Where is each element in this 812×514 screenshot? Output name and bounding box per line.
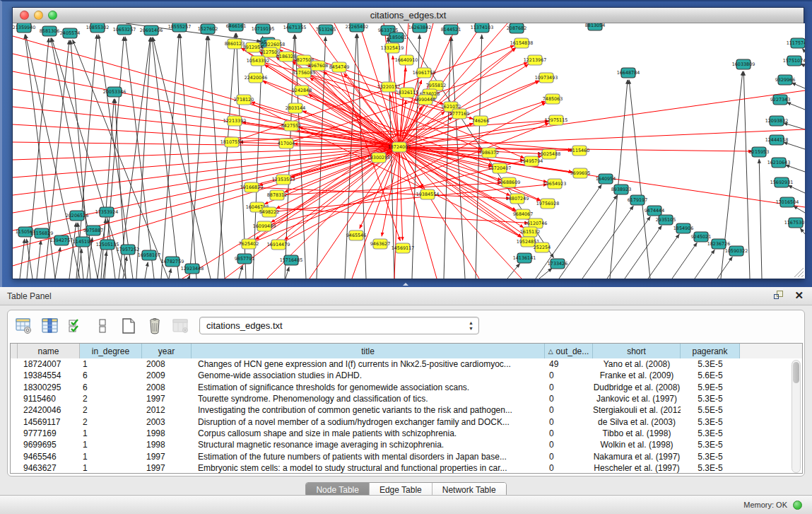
cell-pagerank[interactable]: 5.3E-5 — [681, 358, 740, 370]
column-header-year[interactable]: year — [142, 344, 192, 358]
graph-node[interactable]: 17353924 — [95, 207, 119, 217]
graph-node[interactable]: 746266 — [472, 116, 489, 126]
cell-name[interactable]: 9699695 — [18, 439, 80, 450]
graph-node[interactable]: 19384554 — [416, 189, 440, 199]
graph-node[interactable]: 9474444 — [645, 206, 664, 216]
table-row[interactable]: 911546021997Tourette syndrome. Phenomeno… — [11, 393, 802, 404]
graph-node[interactable]: 12923448 — [181, 264, 204, 274]
graph-node[interactable]: 6179197 — [628, 195, 647, 205]
cell-pagerank[interactable]: 5.6E-5 — [681, 370, 740, 381]
graph-node[interactable]: 16210643 — [767, 158, 791, 168]
cell-in_degree[interactable]: 1 — [80, 428, 142, 439]
cell-short[interactable]: Hescheler et al. (1997) — [593, 462, 681, 474]
graph-node[interactable]: 18555257 — [168, 23, 192, 32]
graph-node[interactable]: 16033809 — [732, 59, 755, 69]
table-selector-dropdown[interactable]: citations_edges.txt ▲▼ — [199, 317, 479, 334]
graph-node[interactable]: 10719195 — [252, 24, 275, 34]
cell-pagerank[interactable]: 5.3E-5 — [681, 439, 740, 450]
cell-short[interactable]: Tibbo et al. (1998) — [593, 428, 681, 439]
graph-node[interactable]: 11374103 — [471, 23, 494, 33]
graph-node[interactable]: 16648784 — [617, 68, 640, 78]
graph-node[interactable]: 8860123 — [225, 39, 245, 49]
column-header-short[interactable]: short — [593, 344, 681, 358]
cell-year[interactable]: 1998 — [142, 428, 192, 439]
table-row[interactable]: 969969511998Structural magnetic resonanc… — [11, 439, 802, 450]
graph-node[interactable]: 12213392 — [223, 116, 247, 126]
cell-title[interactable]: Disruption of a novel member of a sodium… — [192, 416, 545, 428]
table-row[interactable]: 2242004622012Investigating the contribut… — [11, 404, 802, 416]
close-window-icon[interactable] — [20, 11, 29, 20]
table-row[interactable]: 1830029562008Estimation of significance … — [11, 382, 802, 393]
graph-node[interactable]: 8581306 — [40, 26, 59, 36]
cell-short[interactable]: Dudbridge et al. (2008) — [593, 382, 681, 393]
delete-table-icon[interactable] — [145, 316, 165, 336]
cell-name[interactable]: 18300295 — [18, 382, 80, 393]
cell-name[interactable]: 9777169 — [18, 428, 80, 439]
graph-node[interactable]: 8215953 — [749, 147, 769, 157]
cell-name[interactable]: 9463627 — [18, 462, 80, 474]
graph-node[interactable]: 10653257 — [113, 25, 136, 35]
cell-pagerank[interactable]: 5.3E-5 — [681, 462, 740, 474]
maximize-window-icon[interactable] — [48, 11, 57, 20]
cell-year[interactable]: 1998 — [142, 439, 192, 450]
graph-node[interactable]: 2803144 — [286, 103, 305, 113]
cell-title[interactable]: Corpus callosum shape and size in male p… — [192, 428, 545, 439]
scrollbar-thumb[interactable] — [793, 362, 799, 383]
graph-node[interactable]: 16640910 — [395, 55, 418, 65]
graph-node[interactable]: 22265402 — [346, 23, 369, 32]
graph-node[interactable]: 10025488 — [538, 149, 561, 159]
cell-short[interactable]: Wolkin et al. (1998) — [593, 439, 681, 450]
graph-node[interactable]: 20053346 — [103, 87, 126, 97]
graph-node[interactable]: 8454749 — [329, 62, 349, 72]
cell-title[interactable]: Estimation of significance thresholds fo… — [192, 382, 545, 393]
graph-node[interactable]: 11675307 — [784, 218, 805, 228]
column-header-in_degree[interactable]: in_degree — [80, 344, 142, 358]
graph-node[interactable]: 9227343 — [770, 95, 790, 105]
cell-year[interactable]: 1997 — [142, 462, 192, 474]
node-table[interactable]: namein_degreeyeartitle△out_de...shortpag… — [10, 343, 803, 474]
graph-node[interactable]: 1615132 — [520, 227, 540, 237]
cell-in_degree[interactable]: 6 — [80, 382, 142, 393]
cell-pagerank[interactable]: 5.3E-5 — [681, 428, 740, 439]
memory-status-indicator[interactable] — [793, 501, 802, 510]
cell-pagerank[interactable]: 5.9E-5 — [681, 382, 740, 393]
cell-pagerank[interactable]: 5.5E-5 — [681, 404, 740, 416]
cell-title[interactable]: Changes of HCN gene expression and I(f) … — [192, 358, 545, 370]
graph-node[interactable]: 14136141 — [513, 253, 536, 263]
cell-in_degree[interactable]: 1 — [80, 358, 142, 370]
float-panel-icon[interactable] — [774, 290, 784, 300]
cell-out_de[interactable]: 0 — [545, 439, 593, 450]
graph-node[interactable]: 1640954 — [596, 174, 616, 184]
graph-node[interactable]: 13325419 — [381, 43, 404, 53]
table-row[interactable]: 946554611997Estimation of the future num… — [11, 450, 802, 462]
cell-name[interactable]: 14569117 — [18, 416, 80, 428]
cell-in_degree[interactable]: 2 — [80, 416, 142, 428]
graph-node[interactable]: 9699695 — [570, 168, 590, 178]
clear-selection-icon[interactable] — [93, 316, 112, 336]
graph-node[interactable]: 13942757 — [50, 235, 73, 245]
new-table-icon[interactable] — [119, 316, 139, 336]
graph-node[interactable]: 2718120 — [234, 95, 254, 105]
cell-title[interactable]: Investigating the contribution of common… — [192, 404, 545, 416]
cell-short[interactable]: Stergiakouli et al. (2012) — [593, 404, 681, 416]
cell-short[interactable]: de Silva et al. (2003) — [593, 416, 681, 428]
graph-node[interactable]: 16154838 — [510, 38, 534, 48]
graph-node[interactable]: 252254 — [534, 243, 551, 252]
graph-node[interactable]: 15720407 — [488, 163, 512, 173]
cell-out_de[interactable]: 0 — [545, 462, 593, 474]
graph-node[interactable]: 14671355 — [283, 23, 307, 33]
graph-node[interactable]: 20691406 — [140, 25, 163, 35]
table-row[interactable]: 977716911998Corpus callosum shape and si… — [11, 428, 802, 439]
cell-name[interactable]: 9465546 — [18, 451, 80, 462]
cell-year[interactable]: 1997 — [142, 393, 192, 404]
cell-year[interactable]: 2008 — [142, 382, 192, 393]
table-row[interactable]: 1456911722003Disruption of a novel membe… — [11, 416, 802, 427]
graph-node[interactable]: 2087682 — [507, 23, 526, 33]
cell-name[interactable]: 22420046 — [18, 404, 80, 416]
graph-node[interactable]: 8144521 — [441, 25, 461, 35]
graph-node[interactable]: 16099489 — [253, 221, 276, 231]
column-header-pagerank[interactable]: pagerank — [681, 344, 740, 358]
graph-node[interactable]: 12353593 — [272, 175, 295, 185]
table-row[interactable]: 946362711997Embryonic stem cells: a mode… — [11, 462, 802, 474]
cell-name[interactable]: 18724007 — [18, 358, 80, 370]
